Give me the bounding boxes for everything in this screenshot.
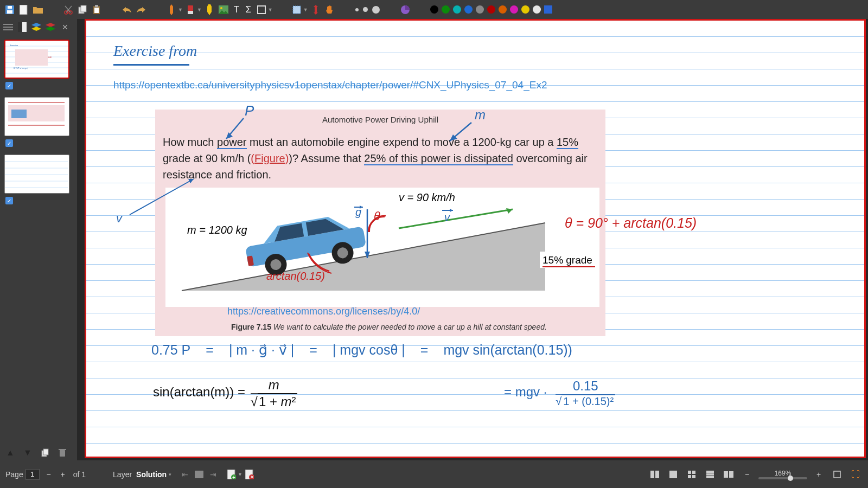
color-black[interactable]: [430, 5, 438, 14]
select-rect-icon[interactable]: [290, 3, 303, 16]
view-grid-icon[interactable]: [686, 468, 698, 480]
zoom-in-icon[interactable]: +: [813, 468, 825, 480]
svg-rect-19: [3, 29, 13, 30]
svg-rect-83: [655, 471, 659, 478]
license-url: https://creativecommons.org/licenses/by/…: [227, 306, 420, 317]
eraser-dropdown[interactable]: ▼: [197, 7, 202, 12]
svg-rect-38: [5, 155, 68, 192]
svg-rect-93: [729, 471, 733, 478]
svg-rect-85: [688, 471, 691, 474]
view-single-icon[interactable]: [649, 468, 661, 480]
new-page-icon[interactable]: [17, 3, 30, 16]
fullscreen-icon[interactable]: ⛶: [850, 468, 861, 480]
color-current[interactable]: [544, 5, 552, 14]
highlighter-icon[interactable]: [203, 3, 216, 16]
svg-rect-30: [15, 49, 48, 66]
page-delete-icon[interactable]: ✕: [244, 468, 256, 480]
color-green[interactable]: [442, 5, 450, 14]
nav-goto-icon[interactable]: [193, 468, 205, 480]
problem-text: How much power must an automobile engine…: [155, 124, 605, 187]
shape-recognize-icon[interactable]: [399, 3, 412, 16]
svg-line-54: [399, 209, 513, 228]
view-cols-icon[interactable]: [667, 468, 679, 480]
svg-rect-88: [692, 475, 695, 478]
thumb-3-checkbox[interactable]: ✓: [5, 197, 13, 204]
view-paired-icon[interactable]: [723, 468, 735, 480]
text-tool-icon[interactable]: T: [231, 4, 242, 15]
nav-last-icon[interactable]: ⇥: [207, 468, 219, 480]
thumb-1-checkbox[interactable]: ✓: [5, 82, 13, 89]
page-add-icon[interactable]: +: [226, 468, 238, 480]
pen-dropdown[interactable]: ▼: [178, 7, 183, 12]
image-tool-icon[interactable]: [217, 3, 230, 16]
svg-rect-17: [3, 24, 13, 25]
svg-text:θ=90: θ=90: [48, 56, 52, 59]
color-gray[interactable]: [476, 5, 484, 14]
svg-rect-7: [81, 5, 86, 12]
sidebar-tab-layers-icon[interactable]: [30, 21, 42, 33]
pen-icon[interactable]: [165, 3, 178, 16]
thumbnail-panel: Exerciseθ=900.75P = |m.g.v| ✓ ✓ ✓: [0, 35, 77, 460]
sidebar-close-icon[interactable]: ✕: [62, 23, 68, 31]
sidebar-footer: ▲ ▼: [0, 445, 77, 460]
problem-heading: Automotive Power Driving Uphill: [155, 110, 605, 124]
page-plus-icon[interactable]: +: [57, 468, 69, 480]
copy-icon[interactable]: [76, 3, 89, 16]
page-thumb-3[interactable]: [4, 155, 69, 194]
svg-rect-84: [669, 471, 677, 478]
nav-first-icon[interactable]: ⇤: [179, 468, 191, 480]
thickness-thick[interactable]: [372, 6, 380, 14]
thickness-med[interactable]: [363, 7, 368, 12]
hand-tool-icon[interactable]: [323, 3, 336, 16]
layer-delete-icon[interactable]: [56, 447, 68, 459]
page-thumb-2[interactable]: [4, 97, 69, 136]
zoom-out-icon[interactable]: −: [741, 468, 753, 480]
select-dropdown[interactable]: ▼: [303, 7, 308, 12]
sidebar-tab-layers2-icon[interactable]: [44, 21, 56, 33]
vert-space-icon[interactable]: [309, 3, 322, 16]
layer-down-icon[interactable]: ▼: [22, 447, 34, 459]
undo-icon[interactable]: [120, 3, 133, 16]
sidebar-tab-pages-icon[interactable]: [16, 21, 28, 33]
page-add-dropdown[interactable]: ▼: [238, 472, 242, 477]
page-number-input[interactable]: [25, 469, 40, 480]
figure-caption: Figure 7.15 We want to calculate the pow…: [231, 323, 547, 332]
color-yellow[interactable]: [521, 5, 529, 14]
source-url: https://opentextbc.ca/universityphysicsv…: [113, 79, 547, 91]
layer-label: Layer: [113, 470, 132, 479]
layer-value[interactable]: Solution: [136, 470, 167, 479]
save-icon[interactable]: [3, 3, 16, 16]
open-folder-icon[interactable]: [31, 3, 44, 16]
page-label: Page: [5, 470, 23, 479]
figure-link[interactable]: Figure: [254, 152, 285, 164]
view-rows-icon[interactable]: [704, 468, 716, 480]
svg-rect-20: [18, 22, 22, 32]
cut-icon[interactable]: [62, 3, 75, 16]
shape-dropdown[interactable]: ▼: [268, 7, 273, 12]
color-blue[interactable]: [464, 5, 473, 14]
redo-icon[interactable]: [135, 3, 148, 16]
canvas[interactable]: Exercise from https://opentextbc.ca/univ…: [77, 19, 868, 460]
svg-text:0.75P = |m.g.v|: 0.75P = |m.g.v|: [14, 67, 28, 69]
thumb-2-checkbox[interactable]: ✓: [5, 139, 13, 147]
shape-tool-icon[interactable]: [255, 3, 268, 16]
svg-rect-82: [650, 471, 654, 478]
page-thumb-1[interactable]: Exerciseθ=900.75P = |m.g.v|: [4, 40, 69, 79]
color-magenta[interactable]: [510, 5, 518, 14]
svg-rect-94: [834, 471, 840, 478]
color-orange[interactable]: [499, 5, 507, 14]
zoom-slider[interactable]: [758, 477, 807, 479]
color-cyan[interactable]: [453, 5, 461, 14]
sidebar-tab-list-icon[interactable]: [2, 21, 14, 33]
layer-dropdown[interactable]: ▾: [169, 472, 171, 477]
zoom-fit-icon[interactable]: [831, 468, 843, 480]
layer-up-icon[interactable]: ▲: [4, 447, 16, 459]
thickness-thin[interactable]: [355, 8, 359, 11]
paste-icon[interactable]: [90, 3, 103, 16]
math-tool-icon[interactable]: Σ: [243, 4, 254, 15]
color-red[interactable]: [487, 5, 495, 14]
page-minus-icon[interactable]: −: [43, 468, 55, 480]
color-white[interactable]: [533, 5, 541, 14]
eraser-icon[interactable]: [184, 3, 197, 16]
layer-copy-icon[interactable]: [39, 447, 51, 459]
